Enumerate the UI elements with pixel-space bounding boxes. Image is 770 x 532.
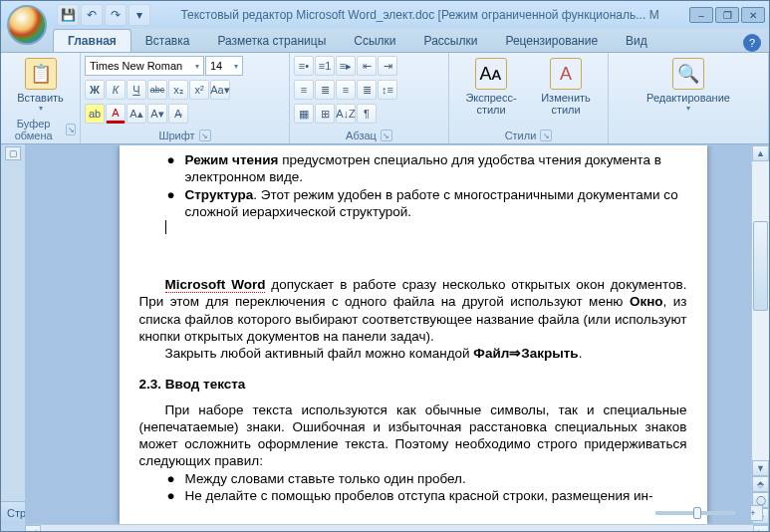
text: Режим чтения — [185, 152, 279, 167]
change-case-button[interactable]: Aa▾ — [210, 80, 230, 100]
scroll-left-button[interactable]: ◀ — [25, 525, 41, 532]
para-launcher[interactable]: ↘ — [381, 130, 392, 141]
group-clipboard-label: Буфер обмена — [5, 118, 62, 141]
clipboard-launcher[interactable]: ↘ — [66, 124, 76, 135]
subscript-button[interactable]: x₂ — [168, 80, 188, 100]
prev-page-button[interactable]: ⬘ — [752, 476, 769, 492]
group-styles-label: Стили — [505, 130, 537, 141]
tab-view[interactable]: Вид — [612, 30, 661, 52]
strike-button[interactable]: abc — [147, 80, 167, 100]
bullet-structure: Структура. Этот режим удобен в работе с … — [185, 186, 687, 221]
borders-button[interactable]: ⊞ — [315, 104, 335, 124]
highlight-button[interactable]: ab — [85, 104, 105, 124]
text: . — [579, 346, 583, 361]
font-launcher[interactable]: ↘ — [199, 130, 211, 141]
qat-redo[interactable]: ↷ — [105, 4, 127, 26]
qat-save[interactable]: 💾 — [57, 4, 79, 26]
shading-button[interactable]: ▦ — [294, 104, 314, 124]
shrink-font-button[interactable]: A▾ — [147, 104, 167, 124]
indent-inc-button[interactable]: ⇥ — [378, 56, 397, 76]
quick-styles-label: Экспресс-стили — [455, 92, 527, 116]
show-marks-button[interactable]: ¶ — [357, 104, 377, 124]
text: . Этот режим удобен в работе с многостра… — [185, 187, 678, 219]
help-icon[interactable]: ? — [743, 34, 761, 52]
tab-references[interactable]: Ссылки — [340, 30, 409, 52]
paste-dropdown[interactable]: ▾ — [39, 104, 43, 113]
tab-mailings[interactable]: Рассылки — [410, 30, 492, 52]
document-page[interactable]: Режим чтения предусмотрен специально для… — [120, 145, 707, 524]
text-cursor — [165, 220, 166, 234]
close-button[interactable]: ✕ — [741, 7, 765, 23]
styles-launcher[interactable]: ↘ — [540, 130, 552, 141]
paragraph-windows: Microsoft Word допускает в работе сразу … — [139, 276, 687, 345]
bold-button[interactable]: Ж — [85, 80, 105, 100]
font-name-value: Times New Roman — [90, 60, 182, 72]
underline-button[interactable]: Ч — [127, 80, 146, 100]
zoom-slider[interactable] — [655, 511, 735, 515]
multilevel-button[interactable]: ≡▸ — [336, 56, 356, 76]
heading-2-3: 2.3. Ввод текста — [139, 376, 687, 393]
text: Microsoft Word — [165, 277, 266, 293]
ribbon-tabs: Главная Вставка Разметка страницы Ссылки… — [1, 29, 769, 53]
quick-styles-button[interactable]: Aᴀ Экспресс-стили — [453, 56, 529, 129]
restore-button[interactable]: ❐ — [715, 7, 739, 23]
bullets-button[interactable]: ≡• — [294, 56, 314, 76]
tab-insert[interactable]: Вставка — [131, 30, 204, 52]
zoom-knob[interactable] — [693, 507, 701, 519]
qat-customize[interactable]: ▾ — [128, 4, 150, 26]
scroll-up-button[interactable]: ▲ — [752, 145, 769, 161]
text: Структура — [185, 187, 254, 202]
sort-button[interactable]: A↓Z — [336, 104, 356, 124]
editing-button[interactable]: 🔍 Редактирование ▾ — [643, 56, 733, 140]
qat-undo[interactable]: ↶ — [81, 4, 103, 26]
align-center-button[interactable]: ≣ — [315, 80, 335, 100]
text: Файл⇒Закрыть — [473, 346, 578, 361]
bullet-no-space-indent: Не делайте с помощью пробелов отступа кр… — [185, 487, 687, 504]
align-left-button[interactable]: ≡ — [294, 80, 314, 100]
change-styles-icon: A — [550, 58, 582, 90]
text: Закрыть любой активный файл можно команд… — [165, 346, 474, 361]
italic-button[interactable]: К — [106, 80, 126, 100]
tab-page-layout[interactable]: Разметка страницы — [203, 30, 340, 52]
grow-font-button[interactable]: A▴ — [127, 104, 146, 124]
paste-label: Вставить — [17, 92, 64, 104]
window-title: Текстовый редактор Microsoft Word_элект.… — [150, 8, 689, 22]
group-para-label: Абзац — [346, 130, 377, 141]
styles-icon: Aᴀ — [475, 58, 507, 90]
paste-button[interactable]: 📋 Вставить ▾ — [17, 56, 65, 117]
indent-dec-button[interactable]: ⇤ — [357, 56, 377, 76]
justify-button[interactable]: ≣ — [357, 80, 377, 100]
office-button[interactable] — [7, 5, 47, 45]
bullet-one-space: Между словами ставьте только один пробел… — [185, 470, 687, 487]
tab-home[interactable]: Главная — [53, 29, 131, 52]
clear-format-button[interactable]: A̶ — [168, 104, 188, 124]
vertical-scrollbar[interactable]: ▲ ▼ ⬘ ◯ ⬙ — [751, 145, 769, 524]
vertical-ruler-strip: ▢ — [1, 144, 25, 501]
quick-access-toolbar: 💾 ↶ ↷ ▾ — [57, 4, 150, 26]
horizontal-scrollbar[interactable]: ◀ ▶ — [25, 524, 769, 532]
superscript-button[interactable]: x² — [189, 80, 209, 100]
font-name-combo[interactable]: Times New Roman▾ — [85, 56, 204, 76]
paragraph-close: Закрыть любой активный файл можно команд… — [139, 345, 687, 362]
paragraph-rules: При наборе текста используются как обычн… — [139, 401, 687, 470]
scroll-thumb[interactable] — [753, 221, 768, 311]
font-size-value: 14 — [210, 60, 222, 72]
paste-icon: 📋 — [25, 58, 57, 90]
scroll-right-button[interactable]: ▶ — [753, 525, 769, 532]
align-right-button[interactable]: ≡ — [336, 80, 356, 100]
font-color-button[interactable]: A — [106, 104, 126, 124]
group-font-label: Шрифт — [158, 130, 194, 141]
bullet-reading-mode: Режим чтения предусмотрен специально для… — [185, 151, 687, 186]
change-styles-label: Изменить стили — [533, 92, 599, 116]
numbering-button[interactable]: ≡1 — [315, 56, 335, 76]
ruler-toggle[interactable]: ▢ — [5, 146, 21, 160]
line-spacing-button[interactable]: ↕≡ — [378, 80, 397, 100]
ribbon: 📋 Вставить ▾ Буфер обмена↘ Times New Rom… — [1, 53, 769, 144]
tab-review[interactable]: Рецензирование — [491, 30, 612, 52]
change-styles-button[interactable]: A Изменить стили — [531, 56, 601, 129]
minimize-button[interactable]: – — [689, 7, 713, 23]
find-icon: 🔍 — [672, 58, 704, 90]
editing-label: Редактирование — [646, 92, 730, 104]
font-size-combo[interactable]: 14▾ — [205, 56, 243, 76]
scroll-down-button[interactable]: ▼ — [752, 460, 769, 476]
